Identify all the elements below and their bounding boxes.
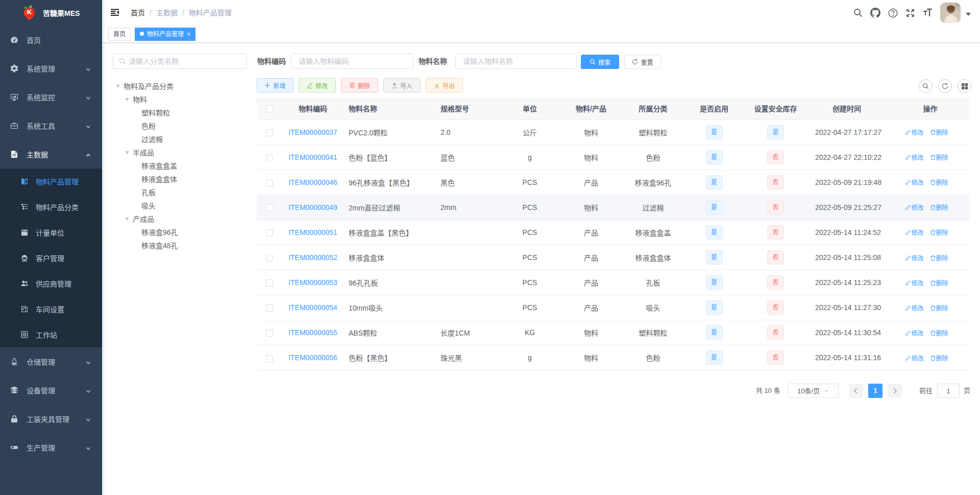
svg-text:K: K [27,8,32,16]
